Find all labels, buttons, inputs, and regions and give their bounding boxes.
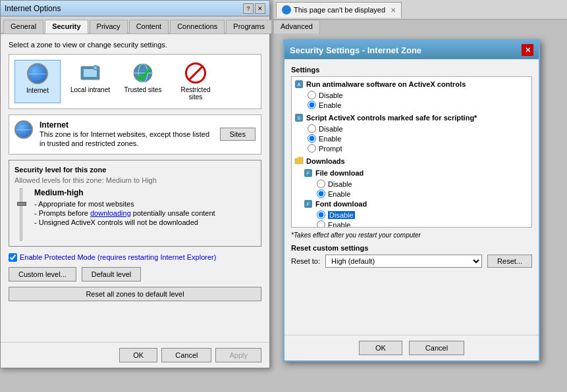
ok-button[interactable]: OK xyxy=(119,348,157,362)
svg-text:F: F xyxy=(307,202,310,207)
zone-trusted-icon xyxy=(132,62,153,84)
setting-antimalware: A Run antimalware software on ActiveX co… xyxy=(294,80,529,109)
svg-text:F: F xyxy=(307,171,310,176)
security-settings-footer: OK Cancel xyxy=(284,335,539,360)
help-button[interactable]: ? xyxy=(243,3,254,14)
script-activex-icon: S xyxy=(294,113,304,122)
antimalware-disable-label: Disable xyxy=(319,91,343,99)
security-ok-button[interactable]: OK xyxy=(359,341,402,355)
slider-thumb xyxy=(17,202,26,206)
script-activex-disable-label: Disable xyxy=(319,125,343,133)
zone-restricted[interactable]: Restricted sites xyxy=(173,60,219,103)
antimalware-disable-row: Disable xyxy=(308,91,529,99)
tab-security[interactable]: Security xyxy=(45,20,88,34)
svg-text:A: A xyxy=(297,82,301,87)
dialog-footer: OK Cancel Apply xyxy=(1,342,269,368)
zone-instruction: Select a zone to view or change security… xyxy=(9,41,261,49)
zones-box: Internet IE Local intranet xyxy=(9,54,261,109)
reset-to-select[interactable]: High (default) Medium-high Medium Medium… xyxy=(325,255,482,268)
security-settings-close[interactable]: ✕ xyxy=(522,44,533,56)
security-slider[interactable] xyxy=(14,188,28,241)
bullet-2: Prompts before downloading potentially u… xyxy=(34,209,215,217)
antimalware-options: Disable Enable xyxy=(294,91,529,109)
settings-list-box[interactable]: A Run antimalware software on ActiveX co… xyxy=(291,76,532,228)
custom-level-button[interactable]: Custom level... xyxy=(9,267,76,282)
font-download-enable-label: Enable xyxy=(328,221,350,228)
titlebar-buttons: ? ✕ xyxy=(243,3,265,14)
font-download-icon: F xyxy=(304,199,313,208)
script-activex-enable-row: Enable xyxy=(308,134,529,143)
file-download-name: File download xyxy=(315,169,364,177)
file-download-group: F File download Disable Enable xyxy=(294,168,529,198)
default-level-button[interactable]: Default level xyxy=(82,267,142,282)
reset-row: Reset to: High (default) Medium-high Med… xyxy=(291,255,532,268)
security-desc: Medium-high Appropriate for most website… xyxy=(34,188,215,241)
zone-intranet-icon: IE xyxy=(80,62,101,84)
apply-button[interactable]: Apply xyxy=(215,348,261,362)
tab-connections[interactable]: Connections xyxy=(170,20,225,34)
script-activex-prompt-label: Prompt xyxy=(319,145,342,153)
browser-tab-label: This page can't be displayed xyxy=(294,6,385,14)
downloads-folder-icon xyxy=(294,157,304,166)
font-download-name: Font download xyxy=(315,200,367,208)
close-button[interactable]: ✕ xyxy=(255,3,265,14)
tab-content[interactable]: Content xyxy=(129,20,169,34)
security-settings-body: Settings A Run antimalware software on A… xyxy=(284,59,539,274)
highlight-downloading: downloading xyxy=(90,209,131,217)
script-activex-header: S Script ActiveX controls marked safe fo… xyxy=(294,113,529,122)
svg-text:S: S xyxy=(297,115,300,121)
zone-internet[interactable]: Internet xyxy=(14,60,61,103)
security-cancel-button[interactable]: Cancel xyxy=(409,341,464,355)
zone-info-title: Internet xyxy=(40,120,213,130)
file-download-disable-radio[interactable] xyxy=(317,180,325,188)
security-settings-dialog: Security Settings - Internet Zone ✕ Sett… xyxy=(283,39,540,362)
bullet-3: Unsigned ActiveX controls will not be do… xyxy=(34,218,215,226)
script-activex-enable-label: Enable xyxy=(319,135,341,143)
zone-local-intranet[interactable]: IE Local intranet xyxy=(67,60,113,103)
font-download-disable-radio[interactable] xyxy=(317,210,325,219)
protected-mode-row: Enable Protected Mode (requires restarti… xyxy=(9,253,261,262)
zone-internet-icon xyxy=(27,63,48,84)
script-activex-prompt-radio[interactable] xyxy=(308,144,316,153)
font-download-options: Disable Enable Prompt xyxy=(304,210,529,228)
setting-downloads-folder: Downloads F File download xyxy=(294,157,529,228)
file-download-icon: F xyxy=(304,168,313,178)
reset-custom-label: Reset custom settings xyxy=(291,244,532,252)
tab-advanced[interactable]: Advanced xyxy=(273,20,320,34)
zone-trusted[interactable]: Trusted sites xyxy=(120,60,166,103)
zone-restricted-label: Restricted sites xyxy=(175,86,216,101)
downloads-folder-header: Downloads xyxy=(294,157,529,166)
downloads-folder-name: Downloads xyxy=(306,157,345,165)
reset-all-button[interactable]: Reset all zones to default level xyxy=(9,287,261,301)
antimalware-enable-radio[interactable] xyxy=(308,101,316,109)
reset-to-label: Reset to: xyxy=(291,257,320,265)
browser-tab-close[interactable]: ✕ xyxy=(391,7,396,14)
script-activex-enable-radio[interactable] xyxy=(308,134,316,143)
dialog-titlebar: Internet Options ? ✕ xyxy=(1,1,269,16)
settings-list-inner: A Run antimalware software on ActiveX co… xyxy=(292,77,531,228)
dialog-title: Internet Options xyxy=(5,4,61,13)
tab-privacy[interactable]: Privacy xyxy=(90,20,128,34)
tab-general[interactable]: General xyxy=(3,20,43,34)
protected-mode-checkbox[interactable] xyxy=(9,253,17,262)
security-level-content: Medium-high Appropriate for most website… xyxy=(14,188,256,241)
reset-button[interactable]: Reset... xyxy=(487,255,532,268)
file-download-enable-radio[interactable] xyxy=(317,189,325,198)
font-download-enable-radio[interactable] xyxy=(317,220,325,228)
cancel-button[interactable]: Cancel xyxy=(161,348,211,362)
browser-tab-bar: This page can't be displayed ✕ xyxy=(273,0,567,20)
zone-intranet-label: Local intranet xyxy=(70,86,110,93)
security-level-name: Medium-high xyxy=(34,188,215,197)
settings-label: Settings xyxy=(291,66,532,74)
antimalware-disable-radio[interactable] xyxy=(308,91,316,99)
script-activex-disable-radio[interactable] xyxy=(308,124,316,133)
script-activex-disable-row: Disable xyxy=(308,124,529,133)
protected-mode-label[interactable]: Enable Protected Mode (requires restarti… xyxy=(20,253,216,261)
file-download-disable-label: Disable xyxy=(328,180,352,188)
tab-programs[interactable]: Programs xyxy=(226,20,272,34)
browser-tab[interactable]: This page can't be displayed ✕ xyxy=(276,2,402,18)
script-activex-prompt-row: Prompt xyxy=(308,144,529,153)
sites-button[interactable]: Sites xyxy=(220,128,256,141)
browser-tab-icon xyxy=(282,5,291,14)
antimalware-enable-row: Enable xyxy=(308,101,529,109)
